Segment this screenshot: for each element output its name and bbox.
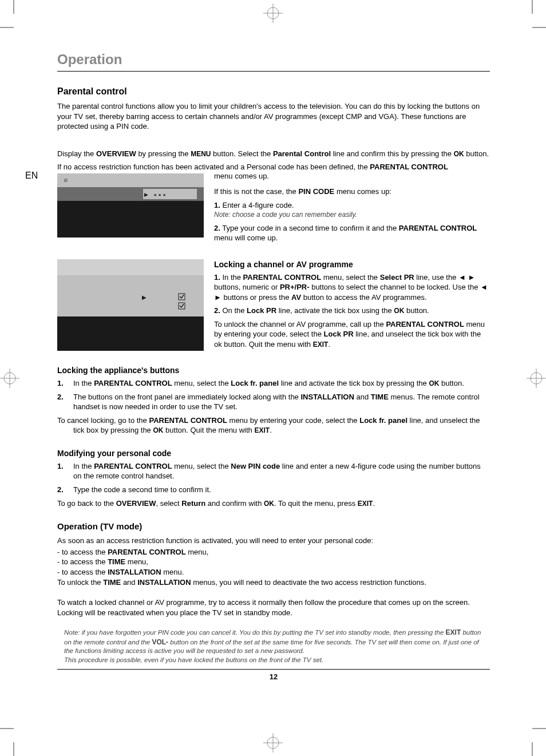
svg-rect-12	[57, 259, 204, 275]
footnote: Note: if you have forgotten your PIN cod…	[57, 628, 490, 664]
op-intro: As soon as an access restriction functio…	[57, 536, 490, 546]
op-li1: - to access the PARENTAL CONTROL menu,	[57, 547, 490, 557]
left-right-arrows-icon: ◄ ►	[458, 273, 475, 282]
heading-modify-code: Modifying your personal code	[57, 448, 490, 459]
lock-btn-step1: In the PARENTAL CONTROL menu, select the…	[73, 378, 490, 389]
step-num-2: 2.	[57, 485, 68, 495]
parental-control-intro: The parental control functions allow you…	[57, 101, 490, 132]
op-li3: - to access the INSTALLATION menu.	[57, 567, 490, 577]
language-tab: EN	[25, 169, 38, 182]
svg-rect-5	[57, 173, 204, 187]
pin-code-screenshot: ⎚ ▶ ★ ★ ★	[57, 173, 204, 238]
svg-rect-13	[57, 275, 204, 316]
lock-channel-screenshot: ▶	[57, 259, 204, 351]
page-title: Operation	[57, 50, 490, 72]
heading-parental-control: Parental control	[57, 85, 490, 98]
svg-text:★ ★ ★: ★ ★ ★	[153, 193, 166, 197]
step-num-1: 1.	[57, 378, 68, 389]
step-1-enter-code: 1. Enter a 4-figure code.	[214, 200, 490, 211]
pin-code-menu-line: If this is not the case, the PIN CODE me…	[214, 187, 490, 197]
pc-menu-comes-up: menu comes up.	[214, 171, 490, 181]
lock-ch-step2: 2. On the Lock PR line, activate the tic…	[214, 306, 490, 316]
heading-lock-channel: Locking a channel or AV programme	[214, 259, 490, 270]
svg-text:▶: ▶	[142, 294, 147, 300]
svg-text:⎚: ⎚	[64, 177, 68, 183]
page-number: 12	[57, 669, 490, 682]
op-li2: - to access the TIME menu,	[57, 557, 490, 567]
lock-ch-step1: 1. In the PARENTAL CONTROL menu, select …	[214, 272, 490, 303]
unlock-channel: To unlock the channel or AV programme, c…	[214, 319, 490, 350]
op-watch: To watch a locked channel or AV programm…	[57, 597, 490, 618]
step-num-2: 2.	[57, 392, 68, 412]
heading-operation-tv: Operation (TV mode)	[57, 521, 490, 532]
lock-btn-step2: The buttons on the front panel are immed…	[73, 392, 490, 412]
op-unlock: To unlock the TIME and INSTALLATION menu…	[57, 577, 490, 588]
display-overview-instruction: Display the OVERVIEW by pressing the MEN…	[57, 149, 490, 159]
mod-code-step1: In the PARENTAL CONTROL menu, select the…	[73, 461, 490, 481]
cancel-lock: To cancel locking, go to the PARENTAL CO…	[57, 415, 490, 436]
step-2-confirm-code: 2. Type your code in a second time to co…	[214, 223, 490, 243]
svg-rect-7	[143, 189, 197, 199]
step-num-1: 1.	[57, 461, 68, 481]
go-back-overview: To go back to the OVERVIEW, select Retur…	[57, 498, 490, 509]
svg-text:▶: ▶	[144, 192, 148, 197]
mod-code-step2: Type the code a second time to confirm i…	[73, 485, 490, 495]
heading-lock-buttons: Locking the appliance's buttons	[57, 365, 490, 376]
page-content: Operation Parental control The parental …	[57, 50, 490, 682]
note-choose-code: Note: choose a code you can remember eas…	[214, 210, 490, 219]
